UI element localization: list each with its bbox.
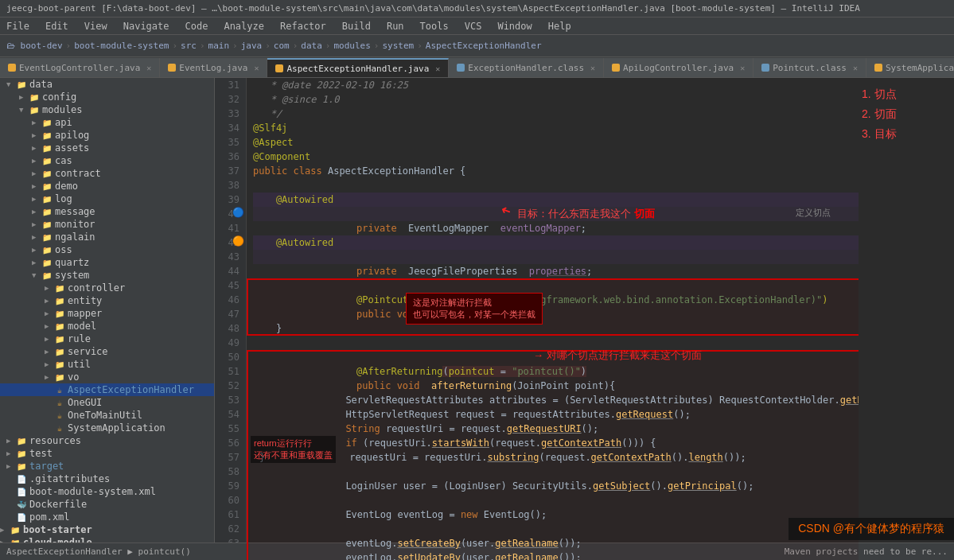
menu-file[interactable]: File bbox=[3, 19, 33, 33]
file-tabs: EventLogController.java ✕ EventLog.java … bbox=[0, 57, 954, 78]
code-content: * @date 2022-02-10 16:25 * @since 1.0 */… bbox=[247, 78, 859, 550]
line-numbers: 31 32 33 34 35 36 37 38 39 40 41 42 43 4… bbox=[215, 78, 247, 550]
tab-exception-handler-class[interactable]: ExceptionHandler.class ✕ bbox=[449, 58, 604, 77]
tree-util[interactable]: ▶ 📁 util bbox=[0, 358, 214, 371]
tree-cas[interactable]: ▶ 📁 cas bbox=[0, 154, 214, 167]
right-annotations: 1. 切点 2. 切面 3. 目标 bbox=[859, 78, 954, 560]
tree-service[interactable]: ▶ 📁 service bbox=[0, 345, 214, 358]
menu-tools[interactable]: Tools bbox=[417, 19, 452, 33]
annotation-item-1: 1. 切点 bbox=[862, 84, 951, 104]
tree-config[interactable]: ▶ 📁 config bbox=[0, 91, 214, 103]
tab-eventlog[interactable]: EventLog.java ✕ bbox=[160, 58, 267, 77]
status-location: AspectExceptionHandler ▶ pointcut() bbox=[6, 546, 191, 557]
tree-api[interactable]: ▶ 📁 api bbox=[0, 116, 214, 129]
title-text: jeecg-boot-parent [F:\data-boot-dev] – …… bbox=[6, 3, 860, 14]
tree-vo[interactable]: ▶ 📁 vo bbox=[0, 371, 214, 383]
tree-model[interactable]: ▶ 📁 model bbox=[0, 320, 214, 332]
menu-help[interactable]: Help bbox=[545, 19, 574, 33]
tab-apilog-controller[interactable]: ApiLogController.java ✕ bbox=[604, 58, 753, 77]
tree-log[interactable]: ▶ 📁 log bbox=[0, 192, 214, 205]
tree-dockerfile[interactable]: 🐳 Dockerfile bbox=[0, 498, 214, 511]
tab-pointcut-class[interactable]: Pointcut.class ✕ bbox=[753, 58, 866, 77]
tab-system-application[interactable]: SystemApplication.ja… bbox=[866, 58, 954, 77]
tree-rule[interactable]: ▶ 📁 rule bbox=[0, 332, 214, 345]
tree-gitattributes[interactable]: 📄 .gitattributes bbox=[0, 472, 214, 485]
breadcrumb-module[interactable]: boot-module-system bbox=[74, 41, 169, 51]
menu-run[interactable]: Run bbox=[384, 19, 407, 33]
tab-aspect-exception-handler[interactable]: AspectExceptionHandler.java ✕ bbox=[267, 58, 449, 77]
tree-demo[interactable]: ▶ 📁 demo bbox=[0, 180, 214, 192]
tree-aspect-exception-handler[interactable]: ☕ AspectExceptionHandler bbox=[0, 383, 214, 396]
tree-data[interactable]: ▼ 📁 data bbox=[0, 78, 214, 91]
tree-system[interactable]: ▼ 📁 system bbox=[0, 269, 214, 282]
menu-view[interactable]: View bbox=[81, 19, 111, 33]
breadcrumb-system[interactable]: system bbox=[382, 41, 414, 51]
breadcrumb-class[interactable]: AspectExceptionHandler bbox=[426, 41, 542, 51]
menu-navigate[interactable]: Navigate bbox=[120, 19, 173, 33]
tree-mapper[interactable]: ▶ 📁 mapper bbox=[0, 307, 214, 320]
tree-contract[interactable]: ▶ 📁 contract bbox=[0, 167, 214, 180]
breadcrumb-src[interactable]: src bbox=[181, 41, 197, 51]
code-editor[interactable]: 31 32 33 34 35 36 37 38 39 40 41 42 43 4… bbox=[215, 78, 859, 560]
tree-quartz[interactable]: ▶ 📁 quartz bbox=[0, 256, 214, 269]
tree-monitor[interactable]: ▶ 📁 monitor bbox=[0, 218, 214, 231]
menu-build[interactable]: Build bbox=[339, 19, 374, 33]
menu-code[interactable]: Code bbox=[182, 19, 212, 33]
annotation-item-2: 2. 切面 bbox=[862, 104, 951, 124]
menu-refactor[interactable]: Refactor bbox=[277, 19, 329, 33]
tree-ngalain[interactable]: ▶ 📁 ngalain bbox=[0, 231, 214, 243]
title-bar: jeecg-boot-parent [F:\data-boot-dev] – …… bbox=[0, 0, 954, 18]
tree-modules[interactable]: ▼ 📁 modules bbox=[0, 103, 214, 116]
breadcrumb-main[interactable]: main bbox=[208, 41, 230, 51]
menu-analyze[interactable]: Analyze bbox=[220, 19, 267, 33]
tree-controller[interactable]: ▶ 📁 controller bbox=[0, 282, 214, 294]
tree-target[interactable]: ▶ 📁 target bbox=[0, 460, 214, 472]
tree-entity[interactable]: ▶ 📁 entity bbox=[0, 294, 214, 307]
menu-window[interactable]: Window bbox=[494, 19, 535, 33]
tab-eventlog-controller[interactable]: EventLogController.java ✕ bbox=[0, 58, 160, 77]
tree-boot-module-system-xml[interactable]: 📄 boot-module-system.xml bbox=[0, 485, 214, 498]
tree-boot-starter[interactable]: ▶ 📁 boot-starter bbox=[0, 523, 214, 536]
tree-apilog[interactable]: ▶ 📁 apilog bbox=[0, 129, 214, 142]
tree-test[interactable]: ▶ 📁 test bbox=[0, 447, 214, 460]
breadcrumb-java[interactable]: java bbox=[241, 41, 263, 51]
tree-systemapplication[interactable]: ☕ SystemApplication bbox=[0, 422, 214, 434]
breadcrumb-bar: 🗁 boot-dev › boot-module-system › src › … bbox=[0, 35, 954, 57]
tree-assets[interactable]: ▶ 📁 assets bbox=[0, 142, 214, 154]
file-tree: ▼ 📁 data ▶ 📁 config ▼ 📁 modules ▶ 📁 api bbox=[0, 78, 215, 560]
tree-message[interactable]: ▶ 📁 message bbox=[0, 205, 214, 218]
breadcrumb-root[interactable]: 🗁 boot-dev bbox=[6, 41, 63, 51]
menu-bar: File Edit View Navigate Code Analyze Ref… bbox=[0, 18, 954, 35]
menu-vcs[interactable]: VCS bbox=[461, 19, 485, 33]
tree-oss[interactable]: ▶ 📁 oss bbox=[0, 243, 214, 256]
menu-edit[interactable]: Edit bbox=[42, 19, 72, 33]
tree-resources[interactable]: ▶ 📁 resources bbox=[0, 434, 214, 447]
tree-onetomainutil[interactable]: ☕ OneToMainUtil bbox=[0, 409, 214, 422]
csdn-watermark: CSDN @有个健体梦的程序猿 bbox=[789, 518, 954, 540]
breadcrumb-data[interactable]: data bbox=[301, 41, 322, 51]
breadcrumb-modules[interactable]: modules bbox=[333, 41, 370, 51]
tree-onegui[interactable]: ☕ OneGUI bbox=[0, 396, 214, 409]
breadcrumb-com[interactable]: com bbox=[274, 41, 290, 51]
tree-pom-xml[interactable]: 📄 pom.xml bbox=[0, 511, 214, 523]
annotation-item-3: 3. 目标 bbox=[862, 124, 951, 144]
